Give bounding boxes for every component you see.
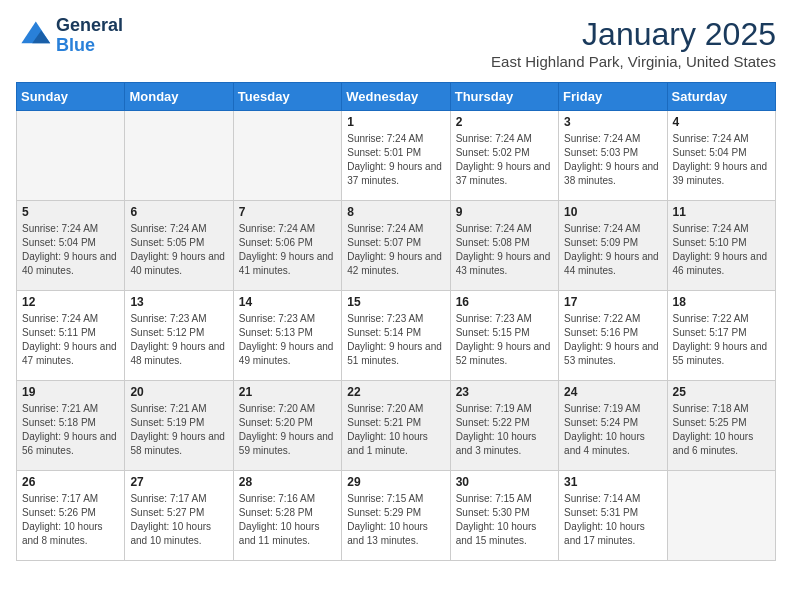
calendar-cell: 19Sunrise: 7:21 AM Sunset: 5:18 PM Dayli… — [17, 381, 125, 471]
day-number: 12 — [22, 295, 119, 309]
calendar-cell: 8Sunrise: 7:24 AM Sunset: 5:07 PM Daylig… — [342, 201, 450, 291]
day-number: 5 — [22, 205, 119, 219]
day-number: 15 — [347, 295, 444, 309]
col-header-saturday: Saturday — [667, 83, 775, 111]
day-info: Sunrise: 7:20 AM Sunset: 5:21 PM Dayligh… — [347, 402, 444, 458]
day-number: 14 — [239, 295, 336, 309]
calendar-cell — [17, 111, 125, 201]
day-info: Sunrise: 7:17 AM Sunset: 5:27 PM Dayligh… — [130, 492, 227, 548]
day-number: 25 — [673, 385, 770, 399]
day-info: Sunrise: 7:21 AM Sunset: 5:18 PM Dayligh… — [22, 402, 119, 458]
calendar-cell: 13Sunrise: 7:23 AM Sunset: 5:12 PM Dayli… — [125, 291, 233, 381]
day-number: 24 — [564, 385, 661, 399]
day-info: Sunrise: 7:23 AM Sunset: 5:15 PM Dayligh… — [456, 312, 553, 368]
day-number: 1 — [347, 115, 444, 129]
day-info: Sunrise: 7:24 AM Sunset: 5:05 PM Dayligh… — [130, 222, 227, 278]
day-number: 20 — [130, 385, 227, 399]
day-info: Sunrise: 7:24 AM Sunset: 5:08 PM Dayligh… — [456, 222, 553, 278]
calendar-table: SundayMondayTuesdayWednesdayThursdayFrid… — [16, 82, 776, 561]
day-number: 6 — [130, 205, 227, 219]
day-info: Sunrise: 7:24 AM Sunset: 5:03 PM Dayligh… — [564, 132, 661, 188]
calendar-cell: 12Sunrise: 7:24 AM Sunset: 5:11 PM Dayli… — [17, 291, 125, 381]
calendar-cell — [667, 471, 775, 561]
day-info: Sunrise: 7:16 AM Sunset: 5:28 PM Dayligh… — [239, 492, 336, 548]
day-info: Sunrise: 7:24 AM Sunset: 5:04 PM Dayligh… — [673, 132, 770, 188]
day-info: Sunrise: 7:23 AM Sunset: 5:12 PM Dayligh… — [130, 312, 227, 368]
day-info: Sunrise: 7:19 AM Sunset: 5:22 PM Dayligh… — [456, 402, 553, 458]
location-subtitle: East Highland Park, Virginia, United Sta… — [491, 53, 776, 70]
week-row-2: 5Sunrise: 7:24 AM Sunset: 5:04 PM Daylig… — [17, 201, 776, 291]
calendar-cell: 26Sunrise: 7:17 AM Sunset: 5:26 PM Dayli… — [17, 471, 125, 561]
day-info: Sunrise: 7:21 AM Sunset: 5:19 PM Dayligh… — [130, 402, 227, 458]
calendar-cell: 9Sunrise: 7:24 AM Sunset: 5:08 PM Daylig… — [450, 201, 558, 291]
day-info: Sunrise: 7:24 AM Sunset: 5:10 PM Dayligh… — [673, 222, 770, 278]
title-area: January 2025 East Highland Park, Virgini… — [491, 16, 776, 70]
calendar-cell: 16Sunrise: 7:23 AM Sunset: 5:15 PM Dayli… — [450, 291, 558, 381]
calendar-cell — [233, 111, 341, 201]
week-row-3: 12Sunrise: 7:24 AM Sunset: 5:11 PM Dayli… — [17, 291, 776, 381]
col-header-sunday: Sunday — [17, 83, 125, 111]
day-number: 28 — [239, 475, 336, 489]
calendar-cell: 24Sunrise: 7:19 AM Sunset: 5:24 PM Dayli… — [559, 381, 667, 471]
calendar-cell: 3Sunrise: 7:24 AM Sunset: 5:03 PM Daylig… — [559, 111, 667, 201]
week-row-5: 26Sunrise: 7:17 AM Sunset: 5:26 PM Dayli… — [17, 471, 776, 561]
calendar-cell: 29Sunrise: 7:15 AM Sunset: 5:29 PM Dayli… — [342, 471, 450, 561]
day-number: 23 — [456, 385, 553, 399]
col-header-wednesday: Wednesday — [342, 83, 450, 111]
day-number: 27 — [130, 475, 227, 489]
logo-blue: Blue — [56, 36, 123, 56]
day-info: Sunrise: 7:23 AM Sunset: 5:14 PM Dayligh… — [347, 312, 444, 368]
day-number: 11 — [673, 205, 770, 219]
day-info: Sunrise: 7:19 AM Sunset: 5:24 PM Dayligh… — [564, 402, 661, 458]
day-info: Sunrise: 7:15 AM Sunset: 5:30 PM Dayligh… — [456, 492, 553, 548]
logo-general: General — [56, 16, 123, 36]
day-number: 7 — [239, 205, 336, 219]
day-info: Sunrise: 7:24 AM Sunset: 5:09 PM Dayligh… — [564, 222, 661, 278]
col-header-monday: Monday — [125, 83, 233, 111]
calendar-cell: 28Sunrise: 7:16 AM Sunset: 5:28 PM Dayli… — [233, 471, 341, 561]
day-info: Sunrise: 7:17 AM Sunset: 5:26 PM Dayligh… — [22, 492, 119, 548]
calendar-cell: 4Sunrise: 7:24 AM Sunset: 5:04 PM Daylig… — [667, 111, 775, 201]
col-header-thursday: Thursday — [450, 83, 558, 111]
day-number: 17 — [564, 295, 661, 309]
day-number: 16 — [456, 295, 553, 309]
calendar-cell: 20Sunrise: 7:21 AM Sunset: 5:19 PM Dayli… — [125, 381, 233, 471]
calendar-cell: 21Sunrise: 7:20 AM Sunset: 5:20 PM Dayli… — [233, 381, 341, 471]
week-row-4: 19Sunrise: 7:21 AM Sunset: 5:18 PM Dayli… — [17, 381, 776, 471]
day-info: Sunrise: 7:24 AM Sunset: 5:04 PM Dayligh… — [22, 222, 119, 278]
calendar-cell: 31Sunrise: 7:14 AM Sunset: 5:31 PM Dayli… — [559, 471, 667, 561]
day-info: Sunrise: 7:20 AM Sunset: 5:20 PM Dayligh… — [239, 402, 336, 458]
calendar-header-row: SundayMondayTuesdayWednesdayThursdayFrid… — [17, 83, 776, 111]
day-number: 18 — [673, 295, 770, 309]
day-number: 22 — [347, 385, 444, 399]
day-number: 8 — [347, 205, 444, 219]
day-info: Sunrise: 7:22 AM Sunset: 5:17 PM Dayligh… — [673, 312, 770, 368]
calendar-cell: 1Sunrise: 7:24 AM Sunset: 5:01 PM Daylig… — [342, 111, 450, 201]
day-info: Sunrise: 7:24 AM Sunset: 5:07 PM Dayligh… — [347, 222, 444, 278]
day-info: Sunrise: 7:22 AM Sunset: 5:16 PM Dayligh… — [564, 312, 661, 368]
calendar-cell: 18Sunrise: 7:22 AM Sunset: 5:17 PM Dayli… — [667, 291, 775, 381]
calendar-cell: 5Sunrise: 7:24 AM Sunset: 5:04 PM Daylig… — [17, 201, 125, 291]
day-number: 29 — [347, 475, 444, 489]
calendar-cell: 6Sunrise: 7:24 AM Sunset: 5:05 PM Daylig… — [125, 201, 233, 291]
day-number: 10 — [564, 205, 661, 219]
calendar-cell: 30Sunrise: 7:15 AM Sunset: 5:30 PM Dayli… — [450, 471, 558, 561]
calendar-cell: 2Sunrise: 7:24 AM Sunset: 5:02 PM Daylig… — [450, 111, 558, 201]
day-number: 30 — [456, 475, 553, 489]
day-number: 31 — [564, 475, 661, 489]
day-info: Sunrise: 7:15 AM Sunset: 5:29 PM Dayligh… — [347, 492, 444, 548]
calendar-cell: 17Sunrise: 7:22 AM Sunset: 5:16 PM Dayli… — [559, 291, 667, 381]
day-info: Sunrise: 7:24 AM Sunset: 5:06 PM Dayligh… — [239, 222, 336, 278]
calendar-cell: 23Sunrise: 7:19 AM Sunset: 5:22 PM Dayli… — [450, 381, 558, 471]
col-header-tuesday: Tuesday — [233, 83, 341, 111]
day-number: 2 — [456, 115, 553, 129]
calendar-cell: 10Sunrise: 7:24 AM Sunset: 5:09 PM Dayli… — [559, 201, 667, 291]
logo-icon — [16, 18, 52, 54]
calendar-cell: 25Sunrise: 7:18 AM Sunset: 5:25 PM Dayli… — [667, 381, 775, 471]
calendar-cell: 22Sunrise: 7:20 AM Sunset: 5:21 PM Dayli… — [342, 381, 450, 471]
calendar-cell: 7Sunrise: 7:24 AM Sunset: 5:06 PM Daylig… — [233, 201, 341, 291]
day-number: 9 — [456, 205, 553, 219]
day-info: Sunrise: 7:14 AM Sunset: 5:31 PM Dayligh… — [564, 492, 661, 548]
header: General Blue January 2025 East Highland … — [16, 16, 776, 70]
calendar-cell: 14Sunrise: 7:23 AM Sunset: 5:13 PM Dayli… — [233, 291, 341, 381]
